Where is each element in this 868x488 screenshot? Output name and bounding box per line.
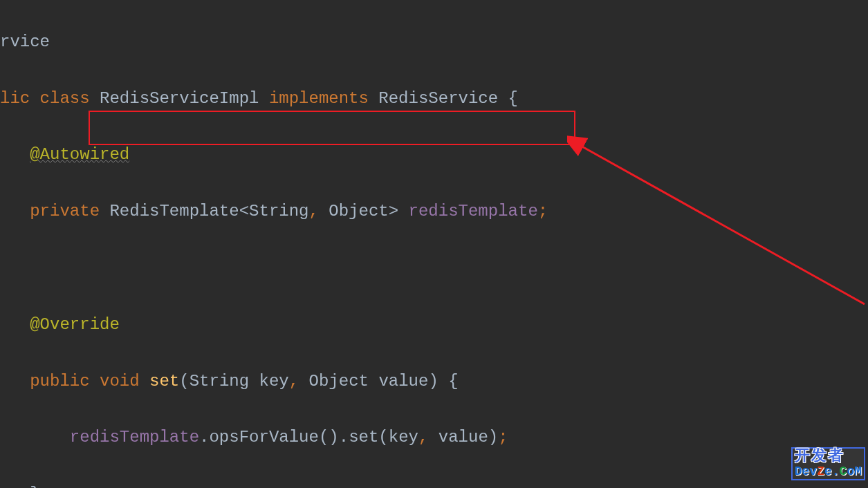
token-method: set [149,372,179,391]
token-brace: { [508,89,518,108]
token-semi: ; [498,428,508,447]
token-classname: RedisService [378,89,508,108]
token-keyword: void [100,372,149,391]
token-paren: ( [378,428,388,447]
token-keyword: public [30,372,100,391]
token-classname: RedisServiceImpl [100,89,269,108]
watermark-url: DevZe.CoM [795,465,862,479]
token-method: opsForValue [209,428,318,447]
token-type: RedisTemplate [109,202,239,220]
code-line: @Override [0,311,868,339]
token-comma: , [418,428,438,447]
token-paren: ( [179,372,189,391]
token-comma: , [309,202,329,220]
indent [0,315,30,334]
code-line: @Autowired [0,141,868,169]
code-line: } [0,480,868,488]
token-paren: ) [428,372,448,391]
token-lt: < [239,202,249,220]
token-type: String [190,372,259,391]
token-keyword: private [30,202,109,220]
token-type: Object [309,372,379,391]
token-annotation: @Override [30,315,120,334]
token-type: Object [329,202,388,220]
indent [0,202,30,220]
token-param: value [378,372,428,391]
code-line-empty [0,254,868,283]
code-line: rvice [0,28,868,57]
token-gt: > [389,202,409,220]
indent [0,428,70,447]
token-brace: { [448,372,458,391]
token-paren: ) [488,428,498,447]
code-line: redisTemplate.opsForValue().set(key, val… [0,424,868,452]
indent [0,145,30,164]
token-type: String [249,202,308,220]
token-dot: . [199,428,209,447]
token-dot: . [339,428,349,447]
code-line: public void set(String key, Object value… [0,368,868,396]
token-brace: } [30,485,39,488]
code-line: private RedisTemplate<String, Object> re… [0,198,868,226]
token-field: redisTemplate [409,202,538,220]
watermark-cn: 开发者 [795,449,862,465]
token-keyword: lic [0,89,40,108]
token-annotation: @Autowired [30,145,129,164]
token: rvice [0,32,50,51]
token-semi: ; [538,202,548,220]
token-comma: , [289,372,309,391]
indent [0,372,30,391]
token-arg: value [438,428,488,447]
watermark: 开发者 DevZe.CoM [791,447,865,485]
token-keyword: class [40,89,100,108]
token-paren: () [319,428,339,447]
token-field: redisTemplate [70,428,199,447]
token-method: set [349,428,378,447]
token-keyword: implements [269,89,378,108]
indent [0,485,30,488]
code-editor[interactable]: rvice lic class RedisServiceImpl impleme… [0,0,868,488]
token-arg: key [389,428,418,447]
token-param: key [259,372,289,391]
code-line: lic class RedisServiceImpl implements Re… [0,85,868,113]
